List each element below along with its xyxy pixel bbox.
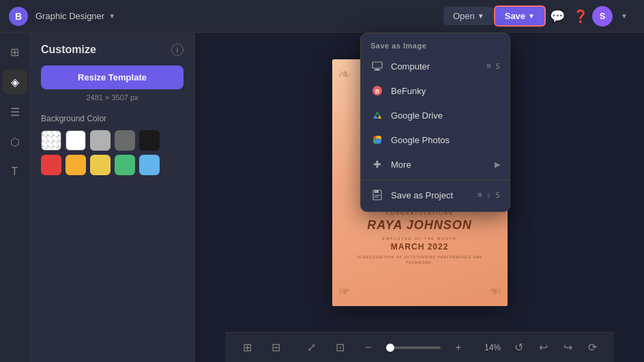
- canvas-recognition: IN RECOGNITION OF OUTSTANDING PERFORMANC…: [343, 254, 497, 265]
- chevron-down-icon: ▼: [108, 12, 115, 20]
- bg-color-label: Background Color: [41, 114, 184, 123]
- zoom-in-button[interactable]: +: [448, 337, 469, 359]
- computer-shortcut: ⌘ S: [486, 62, 500, 71]
- svg-rect-34: [375, 195, 380, 196]
- sidebar-layers-btn[interactable]: ☰: [3, 100, 27, 124]
- save-as-image-title: Save as Image: [361, 37, 510, 54]
- customize-header: Customize i: [41, 44, 184, 56]
- color-swatch-dark-gray[interactable]: [115, 130, 135, 151]
- crop-button[interactable]: ⊡: [329, 337, 351, 359]
- zoom-out-button[interactable]: −: [357, 337, 379, 359]
- dropdown-item-befunky[interactable]: B BeFunky: [361, 78, 510, 103]
- sidebar-templates-btn[interactable]: ⊞: [3, 40, 27, 64]
- dropdown-item-gphotos[interactable]: Google Photos: [361, 127, 510, 152]
- canvas-text-block: CONGRATULATIONS RAYA JOHNSON EMPLOYEE OF…: [332, 211, 508, 265]
- save-project-label: Save as Project: [391, 190, 471, 200]
- history-button[interactable]: ⟳: [581, 337, 603, 359]
- canvas-name: RAYA JOHNSON: [343, 218, 497, 232]
- svg-rect-33: [375, 190, 379, 193]
- dropdown-item-save-project[interactable]: Save as Project ⌘ ⇧ S: [361, 183, 510, 207]
- zoom-percent: 14%: [476, 343, 501, 352]
- more-icon: ✚: [370, 157, 384, 171]
- corner-decoration-bl: ❧: [338, 282, 351, 301]
- svg-marker-25: [373, 115, 378, 119]
- chevron-down-icon: ▼: [528, 12, 535, 20]
- svg-rect-19: [372, 62, 382, 68]
- svg-rect-35: [375, 197, 379, 198]
- color-swatch-light-gray[interactable]: [90, 130, 111, 151]
- computer-label: Computer: [391, 61, 480, 72]
- dropdown-item-more[interactable]: ✚ More ▶: [361, 152, 510, 177]
- svg-text:B: B: [375, 88, 380, 95]
- sidebar-elements-btn[interactable]: ◈: [3, 70, 27, 94]
- customize-panel: Customize i Resize Template 2481 × 3507 …: [30, 33, 195, 362]
- corner-decoration-tl: ❧: [338, 65, 351, 84]
- more-label: More: [391, 160, 488, 170]
- color-swatch-orange[interactable]: [65, 155, 86, 175]
- messages-button[interactable]: 💬: [546, 5, 569, 28]
- computer-icon: [370, 59, 384, 73]
- color-grid: [41, 130, 184, 175]
- refresh-button[interactable]: ↺: [508, 337, 529, 359]
- color-swatch-red[interactable]: [41, 155, 61, 175]
- resize-dimensions: 2481 × 3507 px: [41, 93, 184, 102]
- main-layout: ⊞ ◈ ☰ ⬡ T Customize i Resize Template 24…: [0, 33, 644, 362]
- header: B Graphic Designer ▼ Open ▼ Save ▼ 💬 ❓ S…: [0, 0, 644, 33]
- color-swatch-yellow[interactable]: [90, 155, 111, 175]
- svg-text:B: B: [15, 11, 22, 22]
- info-icon[interactable]: i: [171, 44, 184, 56]
- resize-template-button[interactable]: Resize Template: [41, 65, 184, 89]
- svg-marker-27: [378, 115, 381, 119]
- open-button[interactable]: Open ▼: [443, 7, 494, 25]
- befunky-label: BeFunky: [391, 86, 500, 96]
- zoom-slider[interactable]: [386, 346, 441, 349]
- layers-toggle-button[interactable]: ⊞: [236, 337, 258, 359]
- canvas-month: MARCH 2022: [343, 242, 497, 252]
- app-name[interactable]: Graphic Designer ▼: [35, 11, 115, 21]
- google-drive-icon: [370, 108, 384, 122]
- grid-toggle-button[interactable]: ⊟: [265, 337, 287, 359]
- befunky-icon: B: [370, 84, 384, 97]
- save-button[interactable]: Save ▼: [494, 5, 546, 27]
- color-swatch-black[interactable]: [139, 130, 160, 151]
- sidebar-text-btn[interactable]: T: [3, 160, 27, 184]
- chevron-down-icon: ▼: [478, 12, 484, 20]
- color-swatch-blue[interactable]: [139, 155, 160, 175]
- google-photos-icon: [370, 133, 384, 147]
- bottom-right-buttons: ↺ ↩ ↪ ⟳: [508, 337, 603, 359]
- bottom-toolbar: ⊞ ⊟ ⤢ ⊡ − + 14% ↺ ↩ ↪ ⟳: [225, 332, 614, 362]
- gphotos-label: Google Photos: [391, 135, 500, 145]
- redo-button[interactable]: ↪: [557, 337, 579, 359]
- help-button[interactable]: ❓: [569, 5, 592, 28]
- color-swatch-transparent[interactable]: [41, 130, 61, 151]
- svg-rect-21: [374, 70, 381, 71]
- undo-button[interactable]: ↩: [532, 337, 554, 359]
- save-project-shortcut: ⌘ ⇧ S: [478, 191, 500, 200]
- dropdown-item-computer[interactable]: Computer ⌘ S: [361, 54, 510, 78]
- canvas-employee-label: EMPLOYEE OF THE MONTH: [343, 237, 497, 241]
- gdrive-label: Google Drive: [391, 110, 500, 121]
- zoom-thumb: [386, 344, 394, 352]
- dropdown-divider: [361, 179, 510, 180]
- svg-point-31: [376, 138, 381, 144]
- logo: B: [8, 6, 29, 27]
- svg-marker-26: [376, 111, 380, 115]
- sidebar-photos-btn[interactable]: ⬡: [3, 130, 27, 154]
- account-chevron[interactable]: ▼: [613, 5, 636, 28]
- color-swatch-white[interactable]: [65, 130, 86, 151]
- more-arrow-icon: ▶: [495, 160, 500, 169]
- sidebar-icons: ⊞ ◈ ☰ ⬡ T: [0, 33, 30, 362]
- color-swatch-green[interactable]: [115, 155, 135, 175]
- save-dropdown-menu: Save as Image Computer ⌘ S B BeFunky Goo…: [360, 33, 510, 212]
- avatar[interactable]: S: [592, 6, 613, 27]
- fit-screen-button[interactable]: ⤢: [300, 337, 322, 359]
- save-project-icon: [370, 188, 384, 202]
- corner-decoration-br: ❧: [488, 282, 502, 301]
- customize-title: Customize: [41, 44, 96, 56]
- dropdown-item-gdrive[interactable]: Google Drive: [361, 103, 510, 127]
